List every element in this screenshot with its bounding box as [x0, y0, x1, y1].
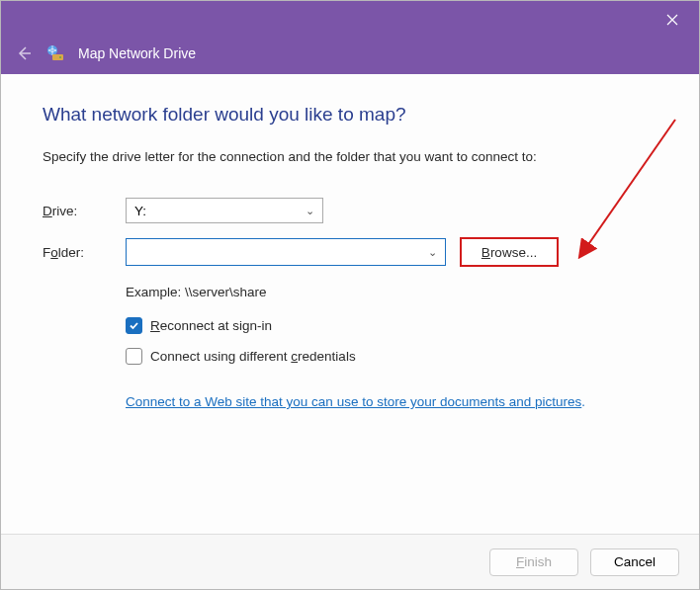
- chevron-down-icon[interactable]: ⌄: [428, 246, 437, 259]
- back-button[interactable]: [15, 44, 33, 62]
- header-bar: Map Network Drive: [1, 39, 699, 74]
- instruction-text: Specify the drive letter for the connect…: [43, 149, 657, 164]
- close-icon: [666, 14, 678, 26]
- folder-label: Folder:: [43, 245, 126, 260]
- checkmark-icon: [129, 320, 139, 331]
- chevron-down-icon: ⌄: [306, 205, 314, 217]
- footer-bar: Finish Cancel: [1, 534, 699, 589]
- credentials-label: Connect using different credentials: [150, 349, 356, 364]
- svg-rect-1: [52, 54, 63, 60]
- content-area: What network folder would you like to ma…: [1, 74, 699, 534]
- close-button[interactable]: [650, 5, 695, 35]
- back-arrow-icon: [16, 45, 32, 61]
- example-text: Example: \\server\share: [126, 285, 657, 299]
- drive-select-value: Y:: [134, 204, 146, 218]
- reconnect-checkbox[interactable]: [126, 317, 142, 334]
- reconnect-row: Reconnect at sign-in: [126, 317, 657, 334]
- finish-button[interactable]: Finish: [489, 548, 578, 576]
- credentials-row: Connect using different credentials: [126, 348, 657, 365]
- svg-point-2: [59, 56, 61, 58]
- cancel-button[interactable]: Cancel: [590, 548, 679, 576]
- drive-label: Drive:: [43, 204, 126, 218]
- dialog-window: Map Network Drive What network folder wo…: [0, 0, 700, 590]
- drive-row: Drive: Y: ⌄: [43, 198, 657, 223]
- web-storage-link[interactable]: Connect to a Web site that you can use t…: [126, 394, 581, 409]
- page-heading: What network folder would you like to ma…: [43, 104, 657, 126]
- dialog-title: Map Network Drive: [78, 45, 196, 61]
- browse-button[interactable]: Browse...: [460, 237, 559, 267]
- reconnect-label: Reconnect at sign-in: [150, 318, 272, 333]
- titlebar: [1, 1, 699, 39]
- svg-line-3: [580, 120, 675, 256]
- drive-select[interactable]: Y: ⌄: [126, 198, 323, 223]
- folder-row: Folder: ⌄ Browse...: [43, 237, 657, 267]
- folder-combobox[interactable]: ⌄: [126, 238, 446, 266]
- credentials-checkbox[interactable]: [126, 348, 142, 365]
- network-drive-icon: [46, 44, 64, 62]
